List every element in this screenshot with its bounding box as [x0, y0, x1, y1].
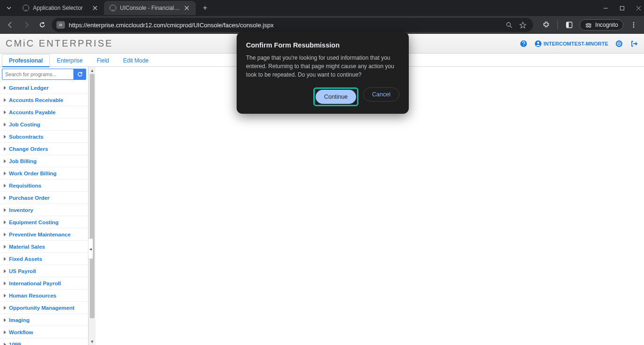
close-window-button[interactable]	[636, 6, 641, 11]
close-icon[interactable]	[92, 5, 98, 11]
help-icon[interactable]	[519, 39, 528, 48]
tab-search-button[interactable]	[4, 3, 14, 13]
tab-title: UIConsole - Financials Console	[120, 5, 181, 11]
sidebar-item-label: Material Sales	[9, 244, 45, 250]
sidebar-menu: General LedgerAccounts ReceivableAccount…	[0, 82, 88, 345]
sidebar-item[interactable]: Opportunity Management	[0, 302, 88, 314]
sidebar-item-label: Inventory	[9, 207, 33, 213]
forward-button[interactable]	[20, 18, 33, 31]
side-panel-icon[interactable]	[563, 18, 576, 31]
tab-professional[interactable]: Professional	[2, 54, 50, 67]
sidebar-item[interactable]: Job Billing	[0, 155, 88, 167]
chevron-right-icon	[4, 208, 6, 212]
sidebar-item-label: US Payroll	[9, 268, 36, 274]
browser-tab-0[interactable]: Application Selector	[17, 1, 104, 15]
sidebar-item-label: Accounts Receivable	[9, 97, 64, 103]
sidebar-item[interactable]: Work Order Billing	[0, 167, 88, 180]
sidebar-item-label: Human Resources	[9, 293, 56, 298]
close-icon[interactable]	[183, 5, 190, 11]
user-icon	[534, 40, 542, 47]
sidebar-item[interactable]: Preventive Maintenance	[0, 228, 88, 241]
sidebar-item[interactable]: Requisitions	[0, 180, 88, 192]
svg-point-7	[633, 24, 635, 26]
continue-button[interactable]: Continue	[316, 90, 356, 104]
scroll-thumb[interactable]	[90, 74, 95, 318]
dialog-title: Confirm Form Resubmission	[246, 41, 399, 49]
sidebar-item[interactable]: Imaging	[0, 314, 88, 326]
sidebar-item[interactable]: General Ledger	[0, 82, 88, 94]
logout-icon[interactable]	[630, 39, 638, 48]
sidebar-item-label: Opportunity Management	[9, 305, 74, 311]
sidebar-item[interactable]: Job Costing	[0, 118, 88, 131]
sidebar-item-label: Imaging	[9, 317, 30, 323]
chevron-right-icon	[4, 282, 6, 285]
browser-tab-1[interactable]: UIConsole - Financials Console	[104, 1, 196, 15]
sidebar-item-label: Fixed Assets	[9, 256, 42, 262]
sidebar-item[interactable]: Material Sales	[0, 241, 88, 253]
sidebar-item[interactable]: US Payroll	[0, 265, 88, 277]
sidebar-scrollbar[interactable]: ▲ ▼	[88, 67, 95, 345]
svg-point-4	[586, 25, 588, 27]
maximize-button[interactable]	[620, 6, 625, 11]
brand-logo: CMiC ENTERPRISE	[6, 38, 113, 49]
tab-title: Application Selector	[33, 5, 89, 11]
sidebar-item[interactable]: 1099	[0, 338, 88, 345]
cancel-button[interactable]: Cancel	[363, 87, 399, 102]
minimize-button[interactable]	[603, 6, 608, 11]
user-menu[interactable]: INTERCOMTEST-MNORTE	[534, 40, 609, 47]
svg-point-1	[507, 23, 510, 26]
back-button[interactable]	[4, 18, 17, 31]
incognito-label: Incognito	[595, 22, 618, 28]
tab-enterprise[interactable]: Enterprise	[50, 54, 90, 67]
window-controls	[603, 0, 641, 16]
chevron-right-icon	[4, 184, 6, 188]
scroll-up-icon[interactable]: ▲	[89, 67, 95, 74]
sidebar-item[interactable]: Accounts Receivable	[0, 94, 88, 106]
sidebar-item[interactable]: Change Orders	[0, 143, 88, 155]
tab-field[interactable]: Field	[90, 54, 116, 67]
incognito-indicator[interactable]: Incognito	[580, 19, 623, 31]
sidebar-item[interactable]: Purchase Order	[0, 192, 88, 204]
tab-edit-mode[interactable]: Edit Mode	[116, 54, 156, 67]
sidebar-item[interactable]: Equipment Costing	[0, 216, 88, 228]
new-tab-button[interactable]: +	[199, 2, 211, 14]
browser-toolbar: https://enterprise.cmiccloudr12.com/cmic…	[0, 16, 644, 34]
sidebar-item[interactable]: International Payroll	[0, 277, 88, 290]
sidebar-item[interactable]: Fixed Assets	[0, 253, 88, 265]
site-info-icon[interactable]	[56, 21, 65, 29]
search-input[interactable]	[2, 69, 74, 80]
collapse-sidebar-handle[interactable]: ◂	[88, 238, 93, 259]
chevron-right-icon	[4, 220, 6, 224]
sidebar-item-label: Work Order Billing	[9, 171, 56, 176]
sidebar-item[interactable]: Accounts Payable	[0, 106, 88, 118]
user-name: INTERCOMTEST-MNORTE	[544, 41, 609, 47]
globe-action-icon[interactable]	[615, 39, 623, 48]
refresh-button[interactable]	[74, 69, 86, 80]
sidebar-item-label: Job Billing	[9, 158, 37, 164]
sidebar-item-label: Equipment Costing	[9, 220, 58, 225]
svg-point-10	[523, 45, 524, 46]
chevron-right-icon	[4, 245, 6, 249]
svg-rect-3	[566, 22, 569, 28]
reload-button[interactable]	[36, 18, 49, 31]
url-text: https://enterprise.cmiccloudr12.com/cmic…	[69, 22, 499, 29]
zoom-icon[interactable]	[506, 22, 513, 29]
bookmark-icon[interactable]	[519, 22, 526, 29]
scroll-down-icon[interactable]: ▼	[89, 338, 95, 345]
dialog-body: The page that you're looking for used in…	[246, 54, 399, 79]
sidebar-item[interactable]: Subcontracts	[0, 131, 88, 143]
sidebar-item-label: Accounts Payable	[9, 110, 56, 115]
address-bar[interactable]: https://enterprise.cmiccloudr12.com/cmic…	[52, 18, 533, 32]
sidebar-item-label: 1099	[9, 342, 21, 345]
chevron-right-icon	[4, 147, 6, 151]
sidebar-item-label: Job Costing	[9, 122, 40, 127]
sidebar-item[interactable]: Workflow	[0, 326, 88, 338]
browser-menu-button[interactable]	[627, 18, 640, 31]
chevron-right-icon	[4, 110, 6, 114]
sidebar-item-label: General Ledger	[9, 85, 48, 91]
sidebar-item[interactable]: Human Resources	[0, 290, 88, 302]
svg-point-8	[633, 26, 635, 28]
extensions-icon[interactable]	[540, 18, 553, 31]
sidebar-item[interactable]: Inventory	[0, 204, 88, 216]
chevron-right-icon	[4, 123, 6, 126]
